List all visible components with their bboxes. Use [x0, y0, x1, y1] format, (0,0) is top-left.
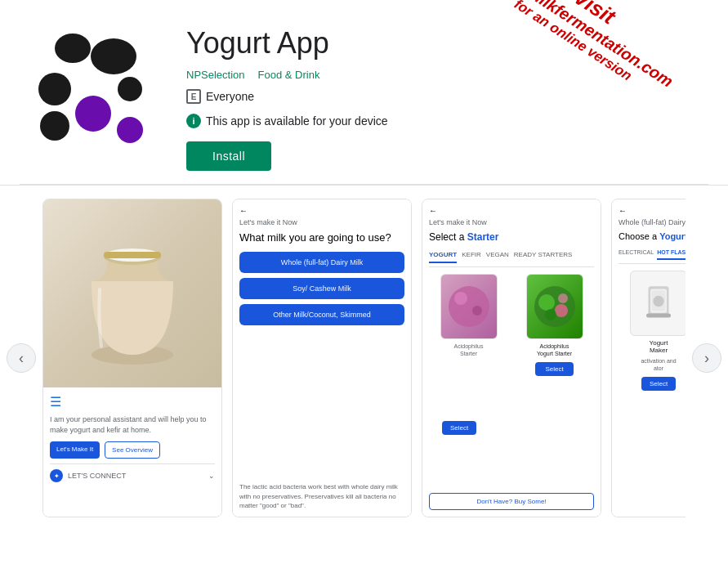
maker-grid: YogurtMaker activation andator Select: [619, 271, 686, 510]
screenshots-wrapper: ‹: [0, 192, 728, 524]
maker-img-1: [630, 271, 686, 336]
rating-label: Everyone: [206, 90, 254, 103]
category2: Food & Drink: [258, 69, 320, 81]
ss4-heading: Choose a Yogurt Maker: [619, 231, 686, 241]
app-header: Yogurt App NPSelection Food & Drink E Ev…: [0, 0, 728, 184]
screenshot-1: ☰ I am your personal assistant and will …: [42, 199, 222, 517]
tab-vegan[interactable]: VEGAN: [486, 251, 509, 263]
install-area: Install: [186, 141, 708, 171]
next-arrow[interactable]: ›: [692, 343, 721, 373]
starter-name-2: AcidophilusYogurt Starter: [537, 342, 572, 357]
prev-arrow[interactable]: ‹: [7, 343, 36, 373]
ss1-image: [43, 199, 221, 387]
screenshot-4: ← Whole (full-fat) Dairy Milk Choose a Y…: [611, 199, 686, 517]
screenshots-scroll: ☰ I am your personal assistant and will …: [42, 192, 686, 524]
maker-name-1: YogurtMaker: [650, 339, 668, 354]
starter-tabs: YOGURT KEFIR VEGAN READY STARTERS: [429, 251, 594, 267]
tab-electrical[interactable]: ELECTRICAL: [619, 249, 654, 260]
screenshot-3: ← Let's make it Now Select a Starter YOG…: [422, 199, 601, 517]
ss3-subtitle: Let's make it Now: [429, 218, 594, 226]
availability-row: i This app is available for your device: [186, 114, 708, 128]
ss2-heading: What milk you are going to use?: [239, 231, 404, 244]
screenshot-2: ← Let's make it Now What milk you are go…: [232, 199, 412, 517]
app-icon: [20, 20, 167, 167]
install-button[interactable]: Install: [186, 141, 271, 171]
starter-img-1: [440, 274, 498, 339]
tab-yogurt[interactable]: YOGURT: [429, 251, 457, 263]
svg-point-15: [538, 294, 555, 311]
svg-point-6: [118, 77, 142, 101]
select-starter-btn-2[interactable]: Select: [442, 421, 476, 435]
starter-item-2: AcidophilusYogurt Starter Select: [515, 274, 594, 486]
ss1-description: I am your personal assistant and will he…: [50, 414, 215, 435]
svg-point-2: [38, 73, 71, 105]
ss4-back-arrow: ←: [619, 206, 686, 215]
select-starter-btn[interactable]: Select: [535, 362, 573, 376]
maker-item-1: YogurtMaker activation andator Select: [619, 271, 686, 510]
category1: NPSelection: [186, 69, 245, 81]
rating-badge: E: [186, 89, 201, 104]
ss4-subtitle: Whole (full-fat) Dairy Milk: [619, 218, 686, 226]
ss1-connect: ✦ LET'S CONNECT ⌄: [50, 463, 215, 482]
tab-ready[interactable]: READY STARTERS: [514, 251, 573, 263]
svg-point-13: [472, 306, 482, 316]
maker-tabs: ELECTRICAL HOT FLASK TRADITIONAL: [619, 249, 686, 264]
ss1-body: ☰ I am your personal assistant and will …: [43, 387, 221, 517]
screenshots-section: ‹: [0, 185, 728, 531]
svg-point-0: [55, 34, 91, 63]
app-info: Yogurt App NPSelection Food & Drink E Ev…: [167, 20, 708, 171]
milk-btn-2[interactable]: Soy/ Cashew Milk: [239, 278, 404, 299]
svg-point-3: [40, 111, 69, 141]
dont-have-btn[interactable]: Don't Have? Buy Some!: [429, 493, 594, 510]
starter-item-1: AcidophilusStarter: [429, 274, 508, 486]
maker-select-btn-1[interactable]: Select: [641, 377, 676, 391]
tab-hot-flask[interactable]: HOT FLASK: [657, 249, 686, 260]
app-title: Yogurt App: [186, 26, 708, 60]
lets-make-it-button[interactable]: Let's Make It: [50, 441, 100, 459]
starter-name-1: AcidophilusStarter: [454, 342, 484, 357]
connect-icon: ✦: [50, 469, 63, 482]
svg-point-5: [117, 117, 143, 143]
svg-rect-23: [646, 314, 671, 318]
svg-point-18: [558, 293, 568, 303]
ss3-back-arrow: ←: [429, 206, 594, 215]
svg-point-16: [555, 304, 568, 317]
svg-point-22: [653, 296, 663, 307]
ss2-back-arrow: ←: [239, 206, 404, 215]
rating-row: E Everyone: [186, 89, 708, 104]
svg-point-11: [449, 286, 489, 327]
tab-kefir[interactable]: KEFIR: [462, 251, 481, 263]
ss2-subtitle: Let's make it Now: [239, 218, 404, 226]
svg-point-1: [91, 38, 136, 74]
milk-btn-3[interactable]: Other Milk/Coconut, Skimmed: [239, 304, 404, 325]
svg-point-4: [75, 96, 111, 132]
ss1-buttons: Let's Make It See Overview: [50, 441, 215, 459]
svg-rect-10: [104, 252, 161, 258]
ss3-heading: Select a Starter: [429, 231, 594, 243]
app-tags: NPSelection Food & Drink: [186, 69, 708, 81]
starter-img-2: [526, 274, 583, 339]
ss2-footer: The lactic acid bacteria work best with …: [239, 482, 404, 510]
milk-btn-1[interactable]: Whole (full-fat) Dairy Milk: [239, 252, 404, 273]
maker-desc-1: activation andator: [641, 357, 676, 372]
svg-point-12: [454, 292, 467, 305]
info-icon: i: [186, 114, 201, 128]
availability-text: This app is available for your device: [206, 114, 388, 128]
ss1-menu-icon: ☰: [50, 394, 215, 410]
see-overview-button[interactable]: See Overview: [105, 441, 160, 459]
svg-point-17: [545, 309, 556, 320]
